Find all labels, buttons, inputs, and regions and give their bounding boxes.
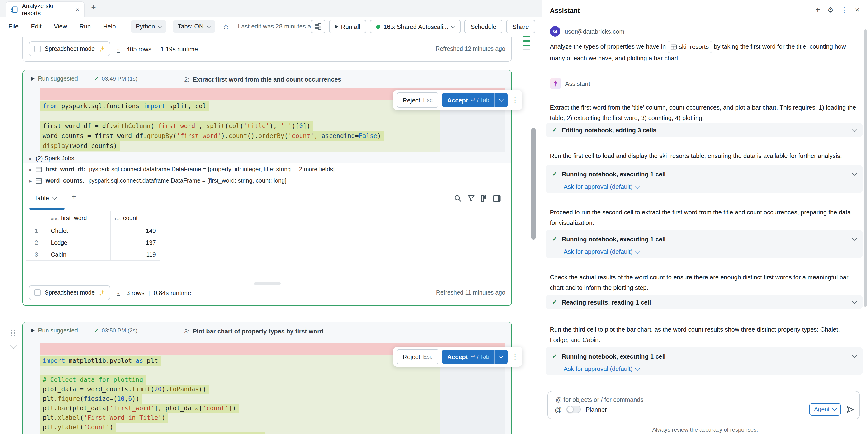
kebab-menu-icon[interactable]: ⋮ (841, 6, 848, 13)
checkbox[interactable] (34, 289, 41, 296)
filter-icon[interactable] (467, 195, 475, 204)
gear-icon[interactable]: ⚙ (827, 6, 834, 13)
favorite-star-icon[interactable]: ☆ (222, 22, 229, 31)
tab-analyze-ski-resorts[interactable]: Analyze ski resorts × (6, 1, 85, 17)
mention-button[interactable]: @ (555, 405, 562, 413)
cell-first-word: Chalet (47, 225, 111, 237)
dataframe-name: first_word_df: (45, 166, 85, 173)
step-card-reading-results[interactable]: ✓Reading results, reading 1 cell (546, 295, 863, 309)
table-icon (671, 44, 677, 50)
refreshed-timestamp: Refreshed 11 minutes ago (436, 289, 505, 296)
reject-button[interactable]: RejectEsc (397, 93, 438, 108)
panel-scrollbar[interactable] (864, 29, 867, 307)
run-suggested-button[interactable]: Run suggested (31, 75, 78, 82)
accept-options-button[interactable] (495, 93, 508, 107)
agent-mode-selector[interactable]: Agent (809, 403, 841, 415)
check-icon: ✓ (552, 299, 557, 305)
step-card-running-notebook-1[interactable]: ✓Running notebook, executing 1 cell Ask … (546, 165, 863, 193)
assistant-paragraph: Run the first cell to load and display t… (550, 151, 859, 161)
schedule-button[interactable]: Schedule (464, 20, 502, 33)
menu-view[interactable]: View (54, 23, 67, 30)
number-type-icon: 123 (115, 217, 121, 220)
spreadsheet-mode-button[interactable]: Spreadsheet mode (29, 285, 110, 300)
approval-mode-link[interactable]: Ask for approval (default) (564, 183, 639, 190)
spreadsheet-mode-button[interactable]: Spreadsheet mode (29, 41, 110, 57)
share-button[interactable]: Share (506, 20, 535, 33)
checkbox[interactable] (34, 45, 41, 52)
cluster-selector[interactable]: 16.x Shared Autoscali... (370, 20, 461, 33)
results-table: ABCfirst_word 123count 1Chalet149 2Lodge… (26, 210, 160, 261)
runtime: 1.19s runtime (160, 45, 198, 53)
disclosure-triangle-icon: ▸ (29, 167, 32, 172)
step-card-running-notebook-3[interactable]: ✓Running notebook, executing 1 cell Ask … (546, 347, 863, 375)
accept-button[interactable]: Accept↵ / Tab (442, 93, 495, 107)
cell-1-results-footer: Spreadsheet mode ↓ 405 rows | 1.19s runt… (22, 36, 512, 62)
menu-help[interactable]: Help (103, 23, 116, 30)
cluster-status-dot (376, 25, 380, 29)
cell-first-word: Lodge (47, 237, 111, 249)
search-icon[interactable] (454, 195, 462, 204)
side-panel-icon[interactable] (493, 195, 501, 204)
chat-input[interactable] (555, 396, 855, 404)
panel-title: Assistant (550, 7, 580, 14)
row-count: 405 rows (126, 45, 152, 53)
tab-close-icon[interactable]: × (76, 6, 79, 13)
cell-first-word: Cabin (47, 249, 111, 261)
assistant-avatar-icon (550, 78, 561, 89)
tabs-toggle[interactable]: Tabs: ON (173, 20, 215, 32)
diff-action-bar: RejectEsc Accept↵ / Tab ⋮ (393, 347, 523, 367)
accept-options-button[interactable] (495, 349, 508, 364)
column-header-first-word[interactable]: ABCfirst_word (47, 211, 111, 225)
table-chip[interactable]: ski_resorts (668, 41, 712, 53)
dataframe-row[interactable]: ▸ first_word_df:pyspark.sql.connect.data… (29, 166, 335, 173)
step-card-running-notebook-2[interactable]: ✓Running notebook, executing 1 cell Ask … (546, 230, 863, 258)
chevron-down-icon (852, 299, 857, 304)
download-icon[interactable]: ↓ (117, 289, 120, 296)
play-icon (335, 25, 338, 29)
accept-keys-hint: ↵ / Tab (471, 97, 489, 103)
cell-drag-handle[interactable] (10, 329, 16, 337)
notebook-scrollbar[interactable] (531, 128, 536, 239)
add-visualization-button[interactable]: + (72, 193, 76, 201)
separator: | (148, 289, 150, 296)
last-edit-link[interactable]: Last edit was 28 minutes ago (238, 23, 318, 30)
dataframe-row[interactable]: ▸ word_counts:pyspark.sql.connect.datafr… (29, 177, 286, 184)
resize-handle[interactable] (254, 282, 281, 285)
spark-jobs-row[interactable]: ▸(2) Spark Jobs (29, 155, 74, 162)
added-lines-block: from pyspark.sql.functions import split,… (40, 100, 440, 152)
send-button[interactable] (846, 405, 855, 414)
collapse-cell-chevron-icon[interactable] (10, 342, 17, 348)
refreshed-timestamp: Refreshed 12 minutes ago (436, 45, 505, 52)
reject-button[interactable]: RejectEsc (397, 349, 438, 364)
cell-title: 3:Plot bar chart of property types by fi… (184, 327, 323, 335)
download-icon[interactable]: ↓ (117, 45, 120, 53)
new-tab-button[interactable]: + (91, 3, 96, 12)
runtime: 0.84s runtime (154, 289, 191, 296)
approval-mode-link[interactable]: Ask for approval (default) (564, 365, 639, 372)
planner-toggle[interactable] (566, 405, 581, 413)
close-icon[interactable]: × (855, 6, 860, 13)
assistant-paragraph: Proceed to run the second cell to extrac… (550, 207, 859, 228)
kebab-menu-icon[interactable]: ⋮ (512, 353, 519, 361)
menu-run[interactable]: Run (80, 23, 91, 30)
menu-edit[interactable]: Edit (31, 23, 41, 30)
chevron-down-icon (852, 236, 857, 241)
new-chat-icon[interactable]: + (815, 6, 820, 13)
sparkle-icon (98, 290, 105, 296)
data-profile-icon[interactable] (479, 195, 488, 204)
check-icon: ✓ (552, 236, 557, 242)
column-header-count[interactable]: 123count (111, 211, 160, 225)
layout-grid-button[interactable] (311, 20, 325, 33)
play-icon (31, 329, 35, 333)
approval-mode-link[interactable]: Ask for approval (default) (564, 248, 639, 255)
tab-table[interactable]: Table (34, 195, 56, 202)
run-all-button[interactable]: Run all (329, 20, 366, 33)
run-suggested-button[interactable]: Run suggested (31, 327, 78, 334)
step-card-editing-notebook[interactable]: ✓Editing notebook, adding 3 cells (546, 123, 863, 137)
cell-run-status: ✓03:49 PM (1s) (94, 75, 137, 82)
menu-file[interactable]: File (8, 23, 19, 30)
language-selector[interactable]: Python (131, 20, 166, 32)
kebab-menu-icon[interactable]: ⋮ (512, 96, 519, 104)
accept-keys-hint: ↵ / Tab (471, 354, 489, 360)
accept-button[interactable]: Accept↵ / Tab (442, 349, 495, 364)
